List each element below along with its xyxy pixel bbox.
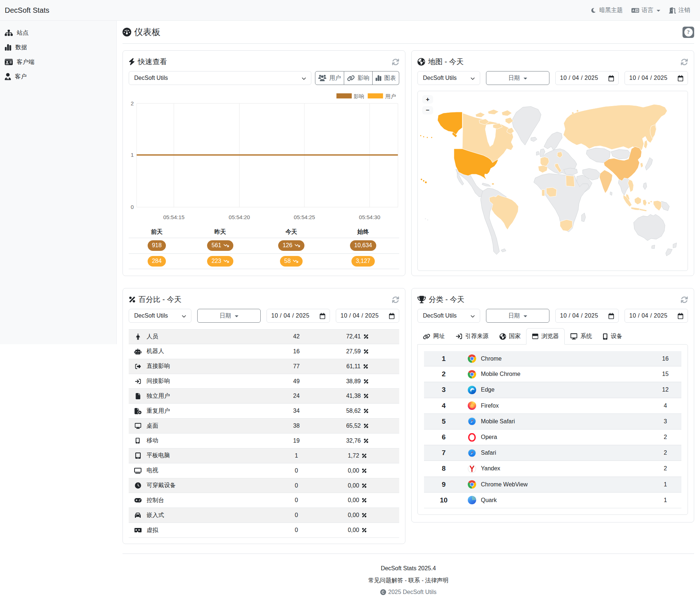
svg-text:1: 1	[131, 152, 133, 158]
svg-text:05:54:30: 05:54:30	[359, 214, 380, 220]
svg-text:2: 2	[131, 100, 133, 106]
svg-text:用户: 用户	[385, 93, 396, 99]
svg-text:05:54:15: 05:54:15	[163, 214, 184, 220]
svg-text:05:54:25: 05:54:25	[294, 214, 315, 220]
svg-text:05:54:20: 05:54:20	[229, 214, 250, 220]
svg-text:0: 0	[131, 204, 133, 210]
svg-text:影响: 影响	[354, 93, 364, 99]
